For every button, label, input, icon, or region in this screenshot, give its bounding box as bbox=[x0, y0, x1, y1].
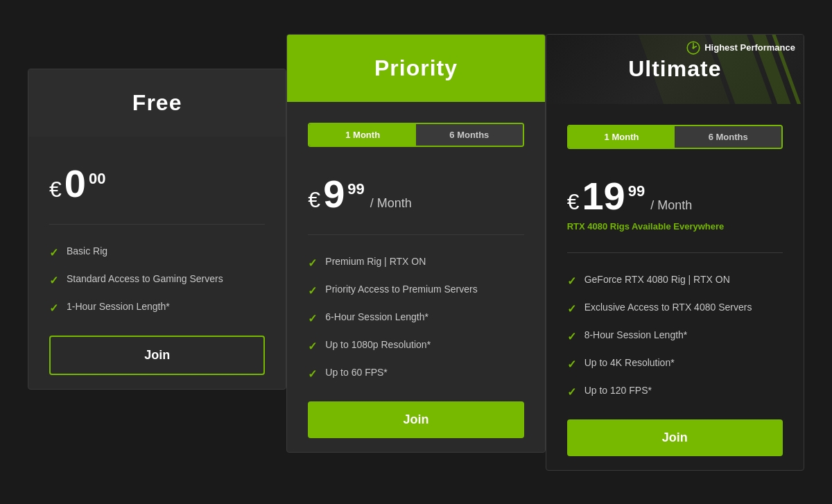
free-cents: 00 bbox=[89, 170, 105, 188]
list-item: ✓ Up to 1080p Resolution* bbox=[308, 332, 523, 360]
check-icon: ✓ bbox=[49, 302, 58, 315]
feature-label: GeForce RTX 4080 Rig | RTX ON bbox=[584, 274, 730, 285]
free-amount: 0 bbox=[64, 164, 86, 203]
list-item: ✓ GeForce RTX 4080 Rig | RTX ON bbox=[567, 267, 783, 295]
performance-icon bbox=[686, 40, 701, 55]
feature-label: Up to 120 FPS* bbox=[584, 385, 652, 396]
ultimate-card: Highest Performance Ultimate 1 Month 6 M… bbox=[546, 34, 804, 471]
priority-1month-button[interactable]: 1 Month bbox=[309, 124, 416, 146]
list-item: ✓ Up to 60 FPS* bbox=[308, 360, 523, 388]
list-item: ✓ Exclusive Access to RTX 4080 Servers bbox=[567, 295, 783, 322]
priority-period: / Month bbox=[370, 196, 412, 211]
free-card-body: € 0 00 ✓ Basic Rig ✓ Standard Access to … bbox=[28, 137, 286, 389]
free-card-title: Free bbox=[42, 90, 272, 116]
check-icon: ✓ bbox=[567, 302, 576, 315]
free-card-header: Free bbox=[28, 69, 286, 137]
check-icon: ✓ bbox=[567, 330, 576, 343]
check-icon: ✓ bbox=[49, 274, 58, 287]
ultimate-cents: 99 bbox=[628, 182, 645, 200]
list-item: ✓ Priority Access to Premium Servers bbox=[308, 277, 523, 304]
check-icon: ✓ bbox=[567, 358, 576, 371]
feature-label: Up to 60 FPS* bbox=[325, 367, 388, 378]
priority-card-title: Priority bbox=[301, 55, 530, 81]
feature-label: 1-Hour Session Length* bbox=[67, 301, 170, 312]
ultimate-price-section: € 19 99 / Month RTX 4080 Rigs Available … bbox=[567, 163, 783, 238]
ultimate-currency: € bbox=[567, 189, 580, 215]
feature-label: Priority Access to Premium Servers bbox=[325, 284, 477, 295]
list-item: ✓ Basic Rig bbox=[49, 238, 265, 266]
list-item: ✓ Up to 4K Resolution* bbox=[567, 350, 783, 378]
priority-price-row: € 9 99 / Month bbox=[308, 175, 411, 214]
ultimate-features-list: ✓ GeForce RTX 4080 Rig | RTX ON ✓ Exclus… bbox=[567, 267, 783, 406]
list-item: ✓ Standard Access to Gaming Servers bbox=[49, 266, 265, 294]
priority-divider bbox=[308, 234, 523, 235]
feature-label: Premium Rig | RTX ON bbox=[325, 256, 426, 267]
ultimate-card-title: Ultimate bbox=[628, 56, 721, 82]
list-item: ✓ 8-Hour Session Length* bbox=[567, 322, 783, 350]
ultimate-period: / Month bbox=[650, 198, 692, 213]
highest-performance-text: Highest Performance bbox=[704, 42, 795, 53]
free-join-button[interactable]: Join bbox=[49, 336, 265, 375]
feature-label: Up to 1080p Resolution* bbox=[325, 339, 431, 350]
priority-card-header: Priority bbox=[287, 35, 544, 102]
priority-currency: € bbox=[308, 187, 320, 213]
priority-join-button[interactable]: Join bbox=[308, 401, 523, 438]
free-currency: € bbox=[49, 177, 62, 202]
ultimate-6months-button[interactable]: 6 Months bbox=[675, 126, 781, 148]
check-icon: ✓ bbox=[567, 385, 576, 399]
pricing-container: Free € 0 00 ✓ Basic Rig ✓ Standard Acces… bbox=[14, 20, 818, 485]
priority-card: Priority 1 Month 6 Months € 9 99 / Month… bbox=[286, 34, 545, 453]
ultimate-divider bbox=[567, 252, 783, 253]
check-icon: ✓ bbox=[308, 367, 317, 381]
priority-card-body: 1 Month 6 Months € 9 99 / Month ✓ Premiu… bbox=[287, 102, 544, 452]
list-item: ✓ 6-Hour Session Length* bbox=[308, 304, 523, 332]
ultimate-join-button[interactable]: Join bbox=[567, 419, 783, 456]
feature-label: Standard Access to Gaming Servers bbox=[67, 273, 223, 284]
priority-cents: 99 bbox=[347, 180, 364, 198]
priority-features-list: ✓ Premium Rig | RTX ON ✓ Priority Access… bbox=[308, 249, 523, 388]
check-icon: ✓ bbox=[308, 312, 317, 325]
priority-billing-toggle: 1 Month 6 Months bbox=[308, 123, 523, 147]
priority-price-section: € 9 99 / Month bbox=[308, 161, 523, 220]
svg-point-1 bbox=[693, 46, 695, 49]
check-icon: ✓ bbox=[308, 284, 317, 297]
free-price-row: € 0 00 bbox=[49, 164, 105, 203]
list-item: ✓ 1-Hour Session Length* bbox=[49, 294, 265, 322]
check-icon: ✓ bbox=[49, 246, 58, 259]
ultimate-price-row: € 19 99 / Month bbox=[567, 177, 693, 216]
priority-amount: 9 bbox=[323, 175, 345, 214]
ultimate-card-body: 1 Month 6 Months € 19 99 / Month RTX 408… bbox=[546, 104, 804, 470]
check-icon: ✓ bbox=[308, 340, 317, 353]
ultimate-card-header-wrap: Highest Performance Ultimate bbox=[546, 35, 804, 104]
free-card: Free € 0 00 ✓ Basic Rig ✓ Standard Acces… bbox=[28, 69, 286, 390]
free-divider bbox=[49, 224, 265, 225]
free-price-section: € 0 00 bbox=[49, 150, 265, 210]
rtx-badge: RTX 4080 Rigs Available Everywhere bbox=[567, 221, 725, 232]
check-icon: ✓ bbox=[308, 257, 317, 270]
feature-label: Up to 4K Resolution* bbox=[584, 357, 675, 368]
check-icon: ✓ bbox=[567, 275, 576, 288]
feature-label: Basic Rig bbox=[67, 245, 107, 257]
list-item: ✓ Up to 120 FPS* bbox=[567, 378, 783, 406]
feature-label: Exclusive Access to RTX 4080 Servers bbox=[584, 302, 752, 313]
ultimate-billing-toggle: 1 Month 6 Months bbox=[567, 125, 783, 149]
priority-6months-button[interactable]: 6 Months bbox=[416, 124, 523, 146]
feature-label: 8-Hour Session Length* bbox=[584, 329, 688, 340]
free-features-list: ✓ Basic Rig ✓ Standard Access to Gaming … bbox=[49, 238, 265, 322]
feature-label: 6-Hour Session Length* bbox=[325, 311, 428, 322]
ultimate-1month-button[interactable]: 1 Month bbox=[569, 126, 675, 148]
list-item: ✓ Premium Rig | RTX ON bbox=[308, 249, 523, 277]
ultimate-amount: 19 bbox=[582, 177, 625, 216]
highest-performance-badge: Highest Performance bbox=[686, 40, 795, 55]
